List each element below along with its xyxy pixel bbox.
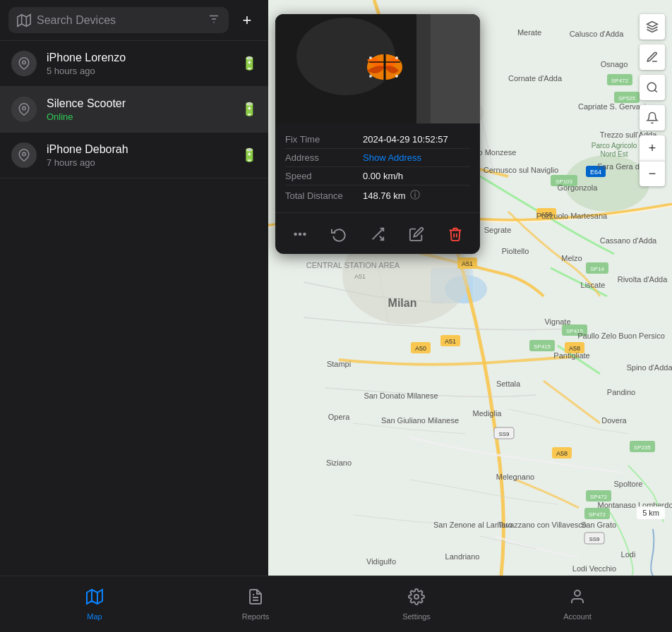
svg-text:A50: A50	[415, 345, 426, 352]
popup-fix-time-value: 2024-04-29 10:52:57	[363, 134, 470, 145]
device-status-lorenzo: 5 hours ago	[47, 66, 241, 76]
svg-text:SP472: SP472	[611, 78, 629, 84]
svg-text:A51: A51	[462, 260, 473, 267]
svg-text:Pantigliate: Pantigliate	[553, 351, 589, 360]
popup-history-button[interactable]	[325, 220, 353, 248]
svg-point-7	[23, 107, 26, 110]
svg-text:Pioltello: Pioltello	[502, 247, 529, 255]
map-zoom-out-button[interactable]: −	[640, 161, 665, 186]
search-bar: +	[0, 0, 268, 41]
device-photo-svg	[275, 14, 480, 123]
svg-text:SP14: SP14	[590, 266, 604, 272]
popup-edit-button[interactable]	[402, 220, 431, 248]
device-item-iphone-lorenzo[interactable]: iPhone Lorenzo 5 hours ago 🔋	[0, 41, 268, 87]
svg-point-121	[647, 83, 656, 91]
nav-item-reports[interactable]: Reports	[231, 584, 280, 625]
svg-text:Landriano: Landriano	[445, 552, 480, 561]
svg-text:San Grato: San Grato	[581, 521, 616, 529]
svg-text:Cassano d'Adda: Cassano d'Adda	[600, 236, 657, 245]
svg-text:Nord Est: Nord Est	[601, 150, 628, 158]
map-notification-button[interactable]	[640, 105, 665, 130]
popup-delete-button[interactable]	[441, 220, 469, 248]
device-list: iPhone Lorenzo 5 hours ago 🔋 Silence	[0, 41, 268, 576]
nav-item-map[interactable]: Map	[70, 584, 119, 625]
svg-text:Liscate: Liscate	[581, 281, 606, 289]
popup-address-label: Address	[285, 152, 363, 163]
device-info-lorenzo: iPhone Lorenzo 5 hours ago	[47, 51, 241, 76]
svg-text:Milan: Milan	[388, 297, 417, 309]
device-icon-lorenzo	[11, 51, 37, 76]
device-item-iphone-deborah[interactable]: iPhone Deborah 7 hours ago 🔋	[0, 133, 268, 178]
svg-text:SS9: SS9	[498, 431, 510, 437]
nav-label-settings: Settings	[402, 612, 431, 621]
search-input-wrap	[8, 7, 229, 33]
svg-text:Paullo Zelo Buon Persico: Paullo Zelo Buon Persico	[577, 332, 665, 340]
device-item-silence-scooter[interactable]: Silence Scooter Online 🔋	[0, 87, 268, 133]
svg-text:Opera: Opera	[328, 413, 350, 421]
popup-more-button[interactable]	[286, 220, 314, 248]
svg-text:Cornate d'Adda: Cornate d'Adda	[508, 74, 563, 83]
svg-line-122	[654, 90, 656, 92]
svg-text:Stampi: Stampi	[327, 360, 351, 368]
svg-text:Spoltore: Spoltore	[614, 480, 643, 488]
device-info-scooter: Silence Scooter Online	[47, 97, 241, 122]
svg-text:SP415: SP415	[534, 344, 551, 350]
svg-point-6	[23, 61, 26, 64]
account-nav-icon	[569, 588, 586, 609]
svg-text:Spino d'Adda: Spino d'Adda	[626, 363, 672, 372]
svg-text:SS9: SS9	[589, 536, 600, 542]
map-search-button[interactable]	[640, 75, 665, 100]
map-container[interactable]: E64 A58 A52 SP103 A51 SP1	[268, 0, 672, 576]
app-container: + iPhone Lorenzo 5 hours ago	[0, 0, 672, 632]
svg-point-8	[23, 152, 26, 156]
distance-info-icon[interactable]: ⓘ	[410, 189, 420, 202]
map-zoom-in-button[interactable]: +	[640, 135, 665, 161]
map-layers-button[interactable]	[640, 14, 665, 40]
popup-distance-row: Total Distance 148.76 km ⓘ	[285, 186, 470, 205]
popup-speed-row: Speed 0.00 km/h	[285, 167, 470, 186]
device-status-scooter: Online	[47, 111, 241, 122]
svg-rect-105	[431, 14, 480, 123]
battery-icon-deborah: 🔋	[241, 147, 257, 163]
sidebar: + iPhone Lorenzo 5 hours ago	[0, 0, 268, 576]
svg-text:Segrate: Segrate	[484, 226, 512, 234]
filter-button[interactable]	[208, 13, 220, 28]
device-info-deborah: iPhone Deborah 7 hours ago	[47, 143, 241, 168]
popup-actions	[275, 212, 480, 254]
svg-text:SP235: SP235	[634, 444, 652, 451]
svg-text:San Giuliano Milanese: San Giuliano Milanese	[381, 416, 459, 425]
settings-nav-icon	[408, 588, 425, 609]
nav-item-settings[interactable]: Settings	[392, 584, 441, 625]
svg-point-115	[295, 233, 297, 236]
svg-text:Melzo: Melzo	[561, 254, 582, 262]
device-name-scooter: Silence Scooter	[47, 97, 241, 110]
nav-label-account: Account	[563, 612, 592, 621]
svg-text:Vidigulfo: Vidigulfo	[366, 557, 396, 566]
nav-item-account[interactable]: Account	[553, 584, 602, 625]
map-nav-icon	[86, 588, 103, 609]
popup-info: Fix Time 2024-04-29 10:52:57 Address Sho…	[275, 123, 480, 212]
add-device-button[interactable]: +	[234, 8, 260, 33]
svg-text:SP472: SP472	[589, 511, 606, 518]
svg-text:SP525: SP525	[618, 95, 636, 102]
svg-text:Tavazzano con Villavesco: Tavazzano con Villavesco	[498, 521, 587, 529]
svg-point-112	[395, 56, 398, 59]
svg-text:Calusco d'Adda: Calusco d'Adda	[570, 30, 625, 38]
map-controls: + −	[640, 14, 665, 190]
bottom-nav: Map Reports Setti	[0, 576, 672, 632]
popup-address-link[interactable]: Show Address	[363, 152, 421, 163]
svg-text:CENTRAL STATION AREA: CENTRAL STATION AREA	[306, 261, 400, 269]
map-draw-button[interactable]	[640, 44, 665, 70]
svg-text:Lodi: Lodi	[621, 550, 636, 559]
popup-speed-label: Speed	[285, 171, 363, 181]
svg-text:Dovera: Dovera	[601, 416, 627, 425]
battery-icon-scooter: 🔋	[241, 102, 257, 117]
svg-text:Pandino: Pandino	[607, 388, 635, 396]
svg-text:Melegnano: Melegnano	[496, 473, 534, 481]
search-input[interactable]	[37, 14, 202, 27]
device-icon-scooter	[11, 97, 37, 122]
svg-text:Vignate: Vignate	[544, 317, 570, 326]
popup-navigate-button[interactable]	[364, 220, 392, 248]
svg-text:Lodi Vecchio: Lodi Vecchio	[572, 564, 616, 573]
svg-text:Parco Agricolo: Parco Agricolo	[592, 142, 637, 150]
